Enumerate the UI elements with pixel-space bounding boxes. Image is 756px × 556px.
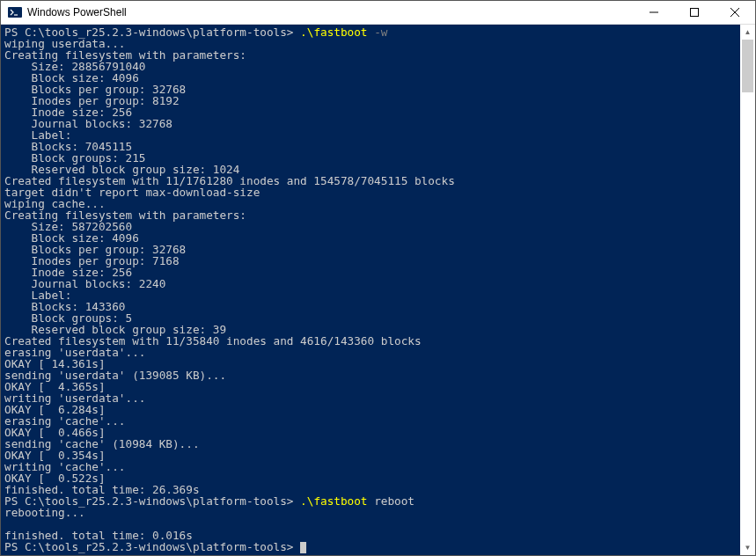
terminal-output[interactable]: PS C:\tools_r25.2.3-windows\platform-too…: [1, 25, 740, 555]
window-controls: [634, 1, 755, 24]
scroll-down-arrow[interactable]: ▼: [740, 540, 755, 555]
scroll-up-arrow[interactable]: ▲: [740, 25, 755, 40]
window-title: Windows PowerShell: [27, 6, 634, 18]
minimize-button[interactable]: [634, 1, 674, 24]
cursor: [300, 542, 306, 553]
scroll-thumb[interactable]: [742, 40, 753, 92]
powershell-icon: [8, 5, 22, 19]
scroll-track[interactable]: [740, 40, 755, 540]
close-button[interactable]: [715, 1, 755, 24]
powershell-window: Windows PowerShell PS C:\tools_r25.2.3-w…: [0, 0, 756, 556]
terminal-area: PS C:\tools_r25.2.3-windows\platform-too…: [1, 25, 755, 555]
svg-rect-0: [8, 7, 22, 18]
maximize-button[interactable]: [674, 1, 715, 24]
titlebar[interactable]: Windows PowerShell: [1, 1, 755, 25]
svg-rect-3: [691, 9, 699, 17]
vertical-scrollbar[interactable]: ▲ ▼: [740, 25, 755, 555]
